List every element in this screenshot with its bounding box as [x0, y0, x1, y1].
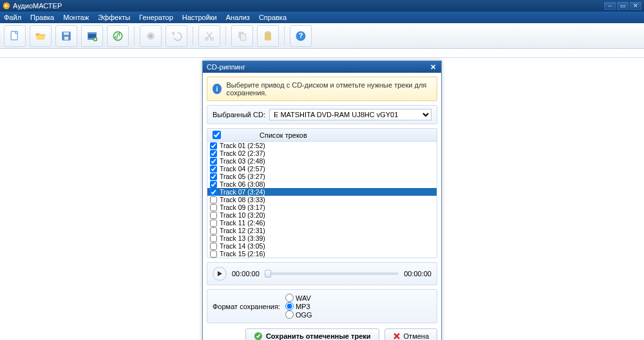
paste-button[interactable]: [257, 25, 279, 47]
track-row[interactable]: Track 13 (3:39): [207, 234, 437, 242]
track-checkbox[interactable]: [210, 235, 217, 242]
undo-button[interactable]: [166, 25, 187, 47]
track-row[interactable]: Track 09 (3:17): [207, 203, 437, 211]
track-row[interactable]: Track 05 (3:27): [207, 173, 437, 180]
toolbar-separator: [134, 26, 135, 46]
format-panel: Формат сохранения: WAV MP3 OGG: [207, 289, 437, 323]
help-button[interactable]: ?: [290, 25, 312, 47]
format-radio[interactable]: [285, 302, 294, 310]
track-label: Track 04 (2:57): [220, 165, 265, 173]
track-label: Track 11 (2:46): [220, 219, 265, 227]
track-row[interactable]: Track 10 (3:20): [207, 211, 437, 219]
format-label: Формат сохранения:: [213, 303, 280, 310]
track-label: Track 14 (3:05): [220, 242, 265, 250]
play-button[interactable]: [213, 267, 227, 281]
track-checkbox[interactable]: [210, 227, 217, 234]
open-button[interactable]: [30, 25, 52, 47]
track-row[interactable]: Track 08 (3:33): [207, 196, 437, 203]
track-label: Track 05 (3:27): [220, 173, 265, 180]
save-tracks-label: Сохранить отмеченные треки: [266, 332, 371, 340]
video-button[interactable]: [81, 25, 103, 47]
new-button[interactable]: [4, 25, 26, 47]
format-radio[interactable]: [285, 294, 294, 302]
slider-handle[interactable]: [265, 270, 271, 278]
track-checkbox[interactable]: [210, 158, 217, 165]
svg-point-12: [205, 37, 208, 40]
save-tracks-button[interactable]: Сохранить отмеченные треки: [245, 328, 379, 340]
cancel-button[interactable]: Отмена: [384, 328, 437, 340]
format-option-wav[interactable]: WAV: [285, 294, 312, 302]
tracks-header: Список треков: [207, 129, 437, 142]
menu-эффекты[interactable]: Эффекты: [98, 14, 130, 21]
track-checkbox[interactable]: [210, 250, 217, 258]
menu-справка[interactable]: Справка: [259, 14, 287, 21]
track-checkbox[interactable]: [210, 142, 217, 149]
track-row[interactable]: Track 01 (2:52): [207, 142, 437, 149]
menu-монтаж[interactable]: Монтаж: [63, 14, 89, 21]
tracks-header-label: Список треков: [260, 131, 307, 139]
dialog-title-bar[interactable]: CD-риппинг ✕: [203, 61, 441, 73]
svg-rect-16: [265, 32, 271, 40]
menu-генератор[interactable]: Генератор: [139, 14, 173, 21]
track-checkbox[interactable]: [210, 204, 217, 211]
menu-настройки[interactable]: Настройки: [182, 14, 217, 21]
copy-button[interactable]: [231, 25, 253, 47]
track-checkbox[interactable]: [210, 212, 217, 219]
drive-select[interactable]: E MATSHITA DVD-RAM UJ8HC vGY01: [269, 109, 431, 120]
track-row[interactable]: Track 07 (3:24): [207, 188, 437, 196]
track-row[interactable]: Track 15 (2:16): [207, 250, 437, 258]
tracks-list[interactable]: Track 01 (2:52)Track 02 (2:37)Track 03 (…: [207, 142, 437, 258]
menu-файл[interactable]: Файл: [4, 14, 21, 21]
track-checkbox[interactable]: [210, 196, 217, 203]
svg-rect-1: [11, 31, 17, 39]
save-button[interactable]: [55, 25, 77, 47]
track-checkbox[interactable]: [210, 165, 217, 173]
player-panel: 00:00:00 00:00:00: [207, 262, 437, 285]
info-icon: i: [213, 84, 222, 94]
track-row[interactable]: Track 06 (3:08): [207, 180, 437, 188]
track-checkbox[interactable]: [210, 173, 217, 180]
format-option-ogg[interactable]: OGG: [285, 310, 312, 319]
track-checkbox[interactable]: [210, 243, 217, 250]
track-label: Track 07 (3:24): [220, 188, 265, 196]
track-row[interactable]: Track 11 (2:46): [207, 219, 437, 227]
track-checkbox[interactable]: [210, 189, 217, 196]
music-button[interactable]: [107, 25, 129, 47]
track-checkbox[interactable]: [210, 181, 217, 188]
player-duration: 00:00:00: [404, 270, 431, 278]
format-option-mp3[interactable]: MP3: [285, 302, 312, 310]
toolbar: ?: [0, 23, 644, 49]
save-icon: [254, 332, 263, 340]
track-row[interactable]: Track 14 (3:05): [207, 242, 437, 250]
record-button[interactable]: [140, 25, 162, 47]
track-label: Track 06 (3:08): [220, 180, 265, 188]
close-button[interactable]: ✕: [630, 2, 641, 10]
track-row[interactable]: Track 12 (2:31): [207, 227, 437, 234]
maximize-button[interactable]: ▭: [617, 2, 629, 10]
track-row[interactable]: Track 02 (2:37): [207, 149, 437, 157]
app-title: АудиоМАСТЕР: [13, 2, 604, 10]
svg-point-11: [149, 34, 153, 37]
svg-text:?: ?: [299, 32, 303, 39]
svg-rect-6: [88, 32, 96, 34]
track-row[interactable]: Track 03 (2:48): [207, 157, 437, 165]
track-checkbox[interactable]: [210, 150, 217, 157]
track-label: Track 03 (2:48): [220, 157, 265, 165]
track-row[interactable]: Track 04 (2:57): [207, 165, 437, 173]
player-slider[interactable]: [265, 272, 399, 275]
toolbar-separator: [225, 26, 226, 46]
cancel-icon: [393, 332, 401, 340]
menu-правка[interactable]: Правка: [30, 14, 54, 21]
svg-rect-15: [241, 33, 246, 40]
dialog-close-button[interactable]: ✕: [428, 62, 437, 71]
minimize-button[interactable]: –: [604, 2, 616, 10]
track-label: Track 02 (2:37): [220, 149, 265, 157]
cut-button[interactable]: [198, 25, 220, 47]
track-label: Track 01 (2:52): [220, 142, 265, 149]
format-radio[interactable]: [285, 310, 294, 319]
track-checkbox[interactable]: [210, 220, 217, 227]
menu-анализ[interactable]: Анализ: [226, 14, 250, 21]
info-text: Выберите привод с CD-диском и отметьте н…: [227, 81, 431, 97]
select-all-checkbox[interactable]: [213, 131, 221, 139]
track-label: Track 09 (3:17): [220, 203, 265, 211]
